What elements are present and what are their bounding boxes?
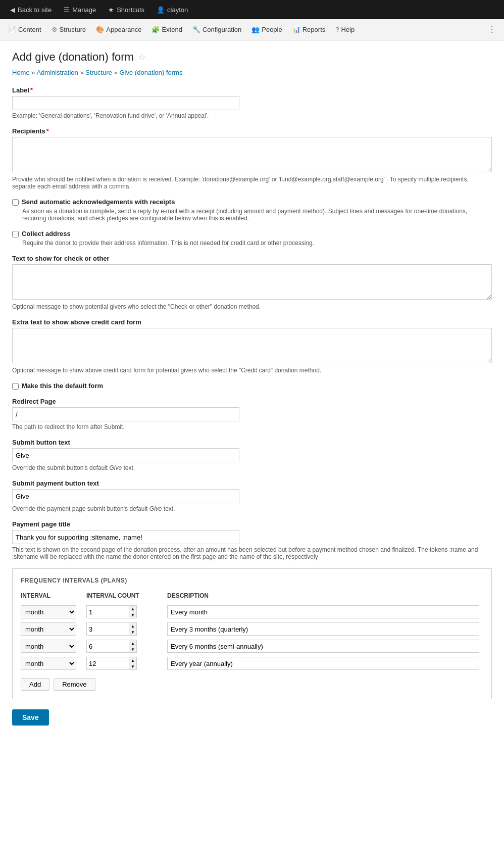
shortcuts-label: Shortcuts: [117, 6, 144, 14]
recipients-section: Recipients* Provide who should be notifi…: [12, 127, 492, 190]
nav-content-label: Content: [18, 26, 41, 33]
nav-people[interactable]: 👥 People: [246, 19, 287, 40]
redirect-page-description: The path to redirect the form after Subm…: [12, 423, 492, 430]
reports-icon: 📊: [292, 26, 300, 33]
submit-button-text-input[interactable]: [12, 448, 239, 462]
nav-reports-label: Reports: [303, 26, 326, 33]
nav-help-label: Help: [341, 26, 355, 33]
nav-people-label: People: [262, 26, 282, 33]
count-input-1[interactable]: [87, 623, 129, 635]
count-cell-0: ▲▼: [86, 603, 167, 620]
table-row: monthyearweekday▲▼: [21, 655, 483, 672]
spin-up-0[interactable]: ▲: [129, 606, 136, 612]
appearance-icon: 🎨: [96, 26, 104, 33]
count-cell-1: ▲▼: [86, 620, 167, 638]
description-cell-3: [167, 655, 483, 672]
spin-down-0[interactable]: ▼: [129, 612, 136, 618]
description-cell-2: [167, 638, 483, 655]
extra-text-textarea[interactable]: [12, 328, 492, 363]
nav-content[interactable]: 📄 Content: [3, 19, 46, 40]
make-default-checkbox[interactable]: [12, 383, 19, 390]
interval-select-1[interactable]: monthyearweekday: [21, 623, 76, 635]
spin-down-1[interactable]: ▼: [129, 629, 136, 635]
frequency-table: INTERVAL INTERVAL COUNT DESCRIPTION mont…: [21, 590, 483, 672]
remove-interval-button[interactable]: Remove: [54, 678, 95, 691]
breadcrumb-give-forms[interactable]: Give (donation) forms: [120, 69, 183, 76]
nav-more[interactable]: ⋮: [483, 25, 501, 34]
breadcrumb-structure[interactable]: Structure: [85, 69, 112, 76]
nav-appearance[interactable]: 🎨 Appearance: [91, 19, 146, 40]
redirect-page-input[interactable]: [12, 407, 239, 421]
save-section: Save: [12, 709, 492, 726]
favorite-star-icon[interactable]: ☆: [138, 52, 146, 63]
submit-button-text-description: Override the submit button's default Giv…: [12, 464, 492, 471]
spin-down-3[interactable]: ▼: [129, 663, 136, 669]
interval-select-3[interactable]: monthyearweekday: [21, 657, 76, 669]
label-description: Example: 'General donations', 'Renovatio…: [12, 112, 492, 119]
make-default-label: Make this the default form: [22, 382, 103, 390]
recipients-textarea[interactable]: [12, 137, 492, 172]
breadcrumb-home[interactable]: Home: [12, 69, 30, 76]
configuration-icon: 🔧: [192, 26, 200, 33]
label-section: Label* Example: 'General donations', 'Re…: [12, 86, 492, 119]
text-check-label: Text to show for check or other: [12, 255, 492, 262]
submit-payment-button-text-section: Submit payment button text Override the …: [12, 479, 492, 512]
table-row: monthyearweekday▲▼: [21, 620, 483, 638]
breadcrumb: Home » Administration » Structure » Give…: [12, 69, 492, 76]
content-icon: 📄: [8, 26, 16, 33]
recipients-description: Provide who should be notified when a do…: [12, 176, 492, 190]
collect-address-description: Require the donor to provide their addre…: [22, 239, 492, 247]
collect-address-checkbox[interactable]: [12, 231, 19, 237]
interval-cell-1: monthyearweekday: [21, 620, 86, 638]
acknowledgements-checkbox[interactable]: [12, 199, 19, 206]
text-check-textarea[interactable]: [12, 264, 492, 300]
submit-payment-button-label: Submit payment button text: [12, 479, 492, 487]
description-input-2[interactable]: [167, 640, 479, 653]
col-interval-count: INTERVAL COUNT: [86, 590, 167, 603]
user-icon: 👤: [157, 6, 165, 14]
interval-select-2[interactable]: monthyearweekday: [21, 640, 76, 652]
payment-page-title-description: This text is shown on the second page of…: [12, 546, 492, 560]
count-cell-3: ▲▼: [86, 655, 167, 672]
add-interval-button[interactable]: Add: [21, 678, 49, 691]
nav-structure[interactable]: ⚙ Structure: [46, 19, 91, 40]
nav-extend[interactable]: 🧩 Extend: [146, 19, 187, 40]
nav-configuration-label: Configuration: [203, 26, 241, 33]
extra-text-description: Optional message to show above credit ca…: [12, 367, 492, 374]
label-input[interactable]: [12, 96, 239, 110]
nav-help[interactable]: ? Help: [330, 19, 360, 40]
spin-up-1[interactable]: ▲: [129, 623, 136, 629]
spin-down-2[interactable]: ▼: [129, 646, 136, 652]
shortcuts-icon: ★: [108, 6, 114, 14]
count-input-2[interactable]: [87, 640, 129, 652]
nav-configuration[interactable]: 🔧 Configuration: [187, 19, 246, 40]
frequency-section-title: FREQUENCY INTERVALS (PLANS): [21, 577, 483, 584]
extra-text-section: Extra text to show above credit card for…: [12, 318, 492, 374]
col-description: DESCRIPTION: [167, 590, 483, 603]
spin-up-3[interactable]: ▲: [129, 657, 136, 663]
breadcrumb-administration[interactable]: Administration: [36, 69, 78, 76]
nav-reports[interactable]: 📊 Reports: [287, 19, 331, 40]
main-nav: 📄 Content ⚙ Structure 🎨 Appearance 🧩 Ext…: [0, 19, 504, 40]
manage-link[interactable]: ☰ Manage: [58, 0, 102, 19]
count-input-0[interactable]: [87, 606, 129, 618]
save-button[interactable]: Save: [12, 709, 49, 726]
count-input-3[interactable]: [87, 657, 129, 669]
interval-cell-3: monthyearweekday: [21, 655, 86, 672]
recipients-field-label: Recipients*: [12, 127, 492, 135]
text-check-section: Text to show for check or other Optional…: [12, 255, 492, 310]
description-input-1[interactable]: [167, 622, 479, 636]
nav-structure-label: Structure: [60, 26, 86, 33]
shortcuts-link[interactable]: ★ Shortcuts: [102, 0, 150, 19]
interval-cell-0: monthyearweekday: [21, 603, 86, 620]
admin-bar: ◀ Back to site ☰ Manage ★ Shortcuts 👤 cl…: [0, 0, 504, 19]
description-input-3[interactable]: [167, 657, 479, 670]
spin-up-2[interactable]: ▲: [129, 640, 136, 646]
interval-select-0[interactable]: monthyearweekday: [21, 606, 76, 618]
user-link[interactable]: 👤 clayton: [150, 0, 194, 19]
back-to-site-link[interactable]: ◀ Back to site: [4, 0, 58, 19]
collect-address-section: Collect address Require the donor to pro…: [12, 230, 492, 247]
payment-page-title-input[interactable]: [12, 530, 239, 544]
submit-payment-button-input[interactable]: [12, 489, 239, 503]
description-input-0[interactable]: [167, 605, 479, 618]
